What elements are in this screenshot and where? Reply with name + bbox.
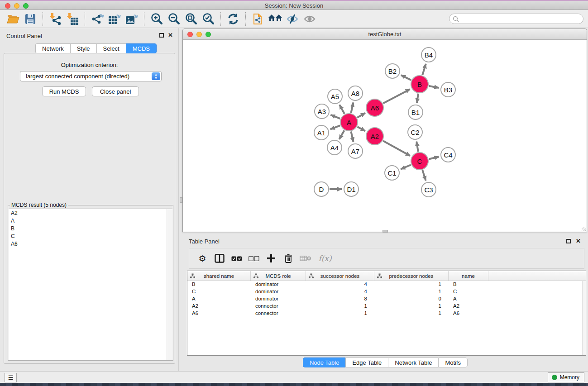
graph-node-A6[interactable]: A6 [366,99,384,117]
table-cell[interactable]: B [187,281,251,288]
window-resize-grip[interactable] [582,227,586,231]
network-window-titlebar[interactable]: testGlobe.txt [183,29,587,40]
show-graphics-details-button[interactable] [302,12,317,26]
graph-edge-A-A2[interactable] [357,127,365,131]
graph-edge-C-C4[interactable] [429,157,439,159]
save-session-button[interactable] [23,12,38,26]
table-cell[interactable]: 1 [374,310,449,317]
graph-node-A[interactable]: A [340,113,358,131]
clone-network-button[interactable] [251,12,265,26]
tab-network[interactable]: Network [35,43,70,53]
graph-edge-A-A6[interactable] [357,113,365,118]
tab-mcds[interactable]: MCDS [126,43,157,53]
graph-edge-A-A4[interactable] [339,130,344,139]
search-box[interactable] [449,14,583,24]
graph-node-C2[interactable]: C2 [407,124,423,140]
delete-table-button[interactable] [298,251,313,266]
table-cell[interactable]: C [187,288,251,295]
memory-button[interactable]: Memory [548,372,584,382]
graph-edge-A-A1[interactable] [330,125,340,129]
list-item[interactable]: A6 [9,240,172,248]
graph-node-A3[interactable]: A3 [314,104,330,119]
tab-style[interactable]: Style [70,43,96,53]
table-cell[interactable]: A2 [449,303,488,310]
graph-edge-B-B4[interactable] [422,64,426,75]
list-item[interactable]: B [9,224,172,232]
graph-node-A8[interactable]: A8 [348,86,363,101]
scrollbar-track[interactable] [582,281,586,355]
open-session-button[interactable] [6,12,20,26]
graph-node-A1[interactable]: A1 [314,125,329,140]
table-cell[interactable]: 1 [374,288,449,295]
delete-rows-button[interactable] [281,251,296,266]
graph-edge-B-B2[interactable] [401,75,411,80]
graph-node-C4[interactable]: C4 [440,147,456,162]
add-row-button[interactable] [263,251,279,266]
table-row[interactable]: Adominator80A [187,295,586,303]
column-header[interactable]: successor nodes [306,271,374,281]
table-cell[interactable]: dominator [251,281,306,288]
table-row[interactable]: Bdominator41B [187,281,586,288]
export-network-button[interactable] [90,12,105,26]
table-row[interactable]: Cdominator41C [187,288,586,295]
zoom-fit-button[interactable] [184,12,198,26]
criterion-dropdown[interactable]: largest connected component (directed) ▲… [20,71,162,81]
graph-node-C3[interactable]: C3 [421,182,436,197]
zoom-out-button[interactable] [167,12,181,26]
table-cell[interactable]: 0 [374,295,449,303]
table-cell[interactable]: 4 [306,288,374,295]
graph-edge-C-C3[interactable] [422,170,425,181]
graph-node-B1[interactable]: B1 [408,105,423,120]
list-item[interactable]: A [9,217,172,224]
float-panel-icon[interactable] [566,239,571,243]
column-header[interactable]: predecessor nodes [374,271,449,281]
list-item[interactable]: A2 [9,209,172,217]
table-cell[interactable]: A6 [187,310,251,317]
float-panel-icon[interactable] [159,33,164,38]
run-mcds-button[interactable]: Run MCDS [42,86,86,96]
network-canvas[interactable]: ABCA2A6A1A3A4A5A7A8B1B2B3B4C1C2C3C4DD1 [183,40,587,232]
graph-node-A4[interactable]: A4 [327,140,342,155]
table-settings-button[interactable]: ⚙ [195,251,210,266]
close-panel-icon[interactable]: ✕ [576,238,581,244]
tab-network-table[interactable]: Network Table [388,357,438,367]
close-panel-button[interactable]: Close panel [92,86,139,96]
zoom-in-button[interactable] [149,12,164,26]
network-hscroll-thumb[interactable] [382,230,388,233]
graph-node-A5[interactable]: A5 [327,89,343,104]
graph-edge-A2-C[interactable] [383,141,410,156]
hide-graphics-details-button[interactable] [285,12,300,26]
function-builder-button[interactable]: f(x) [315,251,335,266]
mcds-result-list[interactable]: A2ABCA6 [9,209,172,360]
table-cell[interactable]: connector [251,310,306,317]
column-header[interactable]: shared name [187,271,251,281]
table-cell[interactable]: 1 [306,310,374,317]
select-all-button[interactable] [229,251,244,266]
table-cell[interactable]: dominator [251,295,306,303]
graph-edge-B-B3[interactable] [429,86,439,88]
table-cell[interactable]: A2 [187,303,251,310]
tab-node-table[interactable]: Node Table [303,357,346,367]
import-network-button[interactable] [48,12,62,26]
column-header[interactable]: MCDS role [251,271,306,281]
table-row[interactable]: A6connector11A6 [187,310,586,317]
graph-edge-A6-B[interactable] [383,89,410,103]
table-row[interactable]: A2connector11A2 [187,303,586,310]
scrollbar-track[interactable] [167,209,172,360]
table-cell[interactable]: A [187,295,251,303]
table-cell[interactable]: connector [251,303,306,310]
show-panels-button[interactable]: ☰ [5,373,17,382]
home-pages-button[interactable] [268,12,282,26]
export-image-button[interactable] [124,12,139,26]
search-input[interactable] [459,16,583,22]
deselect-all-button[interactable] [246,251,262,266]
table-cell[interactable]: 4 [306,281,374,288]
table-cell[interactable]: 1 [306,303,374,310]
graph-node-B2[interactable]: B2 [385,63,400,79]
zoom-selected-button[interactable] [201,12,215,26]
list-item[interactable]: C [9,232,172,240]
graph-node-C1[interactable]: C1 [384,165,400,181]
close-panel-icon[interactable]: ✕ [168,32,173,38]
table-cell[interactable]: A6 [449,310,488,317]
split-columns-button[interactable] [212,251,227,266]
